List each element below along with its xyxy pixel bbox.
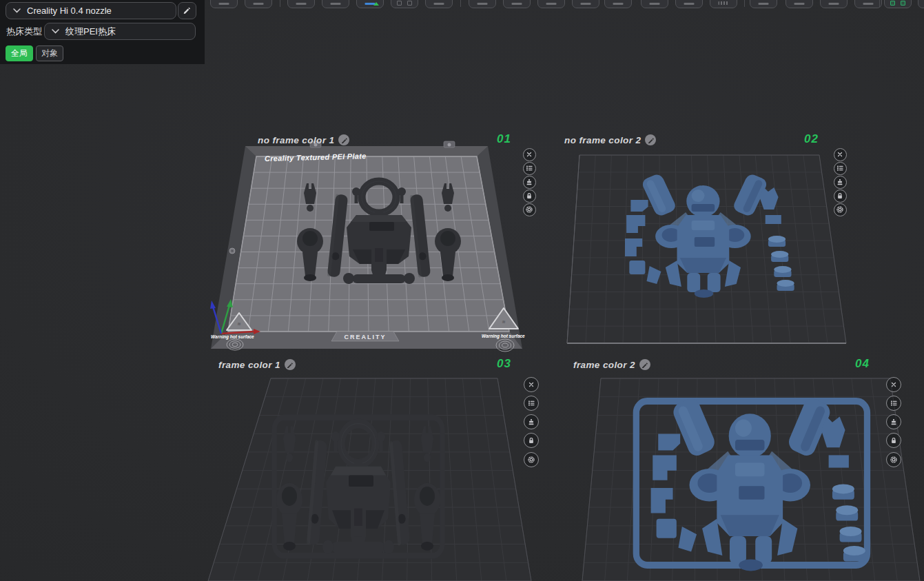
pencil-icon	[183, 6, 192, 15]
build-plate-04[interactable]	[572, 372, 924, 581]
toolbar-button-14[interactable]	[675, 0, 703, 8]
auto-arrange-icon	[525, 178, 533, 186]
settings-gear-icon	[527, 456, 535, 464]
plate-02-header: no frame color 2	[564, 134, 656, 145]
toolbar-separator	[460, 0, 461, 7]
build-plate-03[interactable]	[200, 372, 544, 581]
warning-hot-surface-text: Warning hot surface	[211, 334, 254, 340]
lock-icon	[527, 436, 535, 445]
toolbar-button-1[interactable]	[210, 0, 238, 8]
plate-01-settings-gear-icon[interactable]	[523, 203, 536, 216]
plate-02-lock-icon[interactable]	[834, 190, 847, 203]
plate-03-plate-list-icon[interactable]	[524, 396, 539, 411]
toolbar-button-18[interactable]	[820, 0, 848, 8]
bed-type-value: 纹理PEI热床	[65, 26, 116, 38]
toolbar-button-19[interactable]	[854, 0, 882, 8]
toolbar-button-13[interactable]	[641, 0, 668, 8]
plate-list-icon	[836, 164, 844, 172]
plate-04-plate-list-icon[interactable]	[886, 396, 901, 411]
toolbar-button-17[interactable]	[786, 0, 813, 8]
rename-plate-02-icon[interactable]	[645, 134, 656, 145]
pencil-icon	[648, 137, 654, 143]
plate-01-name: no frame color 1	[258, 135, 334, 145]
toolbar-button-12[interactable]	[604, 0, 632, 8]
toolbar-button-4[interactable]	[322, 0, 349, 8]
toolbar-separator	[280, 0, 280, 7]
close-icon	[890, 380, 898, 389]
plate-03-close-icon[interactable]	[524, 377, 539, 392]
printer-name: Creality Hi 0.4 nozzle	[27, 6, 112, 16]
plate-02-settings-gear-icon[interactable]	[834, 203, 847, 216]
plate-01-lock-icon[interactable]	[523, 190, 536, 203]
plate-03-lock-icon[interactable]	[524, 433, 539, 448]
toolbar-separator	[744, 0, 745, 7]
lock-icon	[525, 192, 533, 200]
plate-02-auto-arrange-icon[interactable]	[834, 176, 847, 189]
plate-04-settings-gear-icon[interactable]	[886, 452, 901, 467]
toolbar-button-3[interactable]	[287, 0, 315, 8]
auto-arrange-icon	[836, 178, 844, 186]
plate-01-header: no frame color 1	[258, 134, 349, 145]
plate-03-number: 03	[481, 357, 511, 371]
svg-text:≋: ≋	[237, 322, 240, 326]
toolbar-button-20[interactable]	[884, 0, 912, 8]
toolbar-button-21[interactable]	[918, 0, 924, 8]
toolbar-button-10[interactable]	[537, 0, 565, 8]
toolbar-button-15[interactable]	[710, 0, 737, 8]
plate-04-auto-arrange-icon[interactable]	[886, 414, 901, 429]
plate-02-name: no frame color 2	[564, 135, 641, 145]
settings-gear-icon	[525, 205, 533, 214]
plate-01-number: 01	[481, 132, 511, 146]
plate-04-lock-icon[interactable]	[886, 433, 901, 448]
pencil-icon	[641, 362, 648, 368]
pencil-icon	[341, 137, 347, 143]
plate-01-plate-list-icon[interactable]	[523, 162, 536, 175]
toolbar-button-7[interactable]	[425, 0, 453, 8]
tab-object[interactable]: 对象	[36, 45, 63, 61]
printer-select[interactable]: Creality Hi 0.4 nozzle	[6, 2, 176, 19]
rename-plate-01-icon[interactable]	[338, 134, 349, 145]
plate-list-icon	[525, 164, 533, 172]
toolbar-button-6[interactable]	[391, 0, 418, 8]
toolbar-separator	[879, 0, 880, 7]
close-icon	[836, 150, 844, 159]
settings-scope-tabs: 全局 对象	[6, 45, 63, 61]
toolbar-button-16[interactable]	[750, 0, 777, 8]
plate-02-number: 02	[788, 132, 819, 146]
plate-03-header: frame color 1	[218, 359, 296, 370]
plate-04-close-icon[interactable]	[886, 377, 901, 392]
printer-edit-button[interactable]	[178, 2, 196, 19]
plate-03-name: frame color 1	[218, 360, 280, 370]
plate-04-name: frame color 2	[573, 360, 635, 370]
plate-01-close-icon[interactable]	[523, 148, 536, 161]
build-plate-02[interactable]	[558, 148, 858, 353]
settings-gear-icon	[890, 456, 898, 464]
tab-global[interactable]: 全局	[6, 45, 33, 61]
plate-03-auto-arrange-icon[interactable]	[524, 414, 539, 429]
auto-arrange-icon	[890, 418, 898, 426]
slicer-app-window: { "left_panel": { "printer": { "value": …	[0, 0, 924, 581]
bed-type-select[interactable]: 纹理PEI热床	[44, 23, 196, 40]
plate-01-auto-arrange-icon[interactable]	[523, 176, 536, 189]
toolbar-button-11[interactable]	[572, 0, 599, 8]
warning-hot-surface-text: Warning hot surface	[482, 334, 525, 339]
settings-gear-icon	[836, 205, 844, 214]
plate-list-icon	[890, 399, 898, 407]
plate-02-close-icon[interactable]	[834, 148, 847, 161]
close-icon	[525, 150, 533, 159]
chevron-down-icon	[13, 8, 21, 13]
lock-icon	[836, 192, 844, 200]
toolbar-button-2[interactable]	[245, 0, 272, 8]
auto-arrange-icon	[527, 418, 535, 426]
toolbar-button-9[interactable]	[503, 0, 531, 8]
build-plate-01[interactable]: Creality Textured PEI PlateCREALITY≋≋War…	[200, 141, 534, 355]
toolbar-button-8[interactable]	[469, 0, 496, 8]
bed-type-label: 热床类型	[6, 26, 42, 38]
rename-plate-03-icon[interactable]	[285, 359, 296, 370]
toolbar-button-5[interactable]	[356, 0, 384, 8]
rename-plate-04-icon[interactable]	[639, 359, 650, 370]
plate-02-plate-list-icon[interactable]	[834, 162, 847, 175]
plate-04-number: 04	[838, 357, 870, 371]
plate-03-settings-gear-icon[interactable]	[524, 452, 539, 467]
creality-logo: CREALITY	[345, 334, 387, 340]
